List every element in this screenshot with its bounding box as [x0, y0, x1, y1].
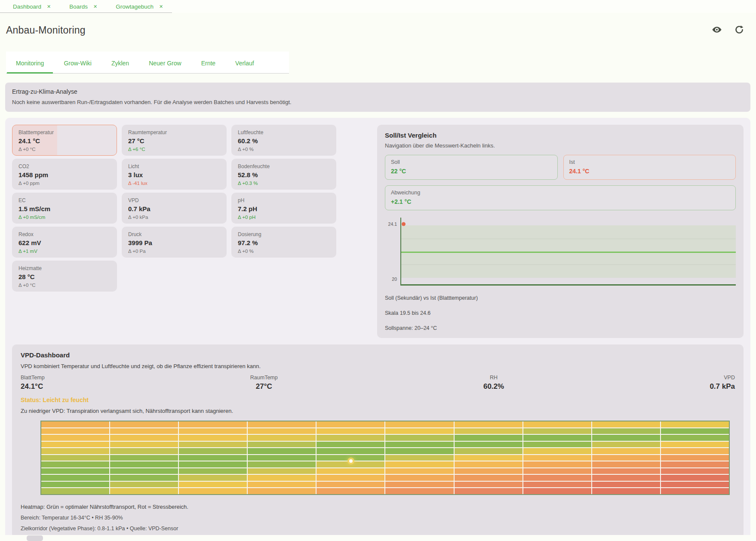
heatmap-cell	[455, 442, 522, 448]
metric-label: Bodenfeuchte	[238, 163, 330, 169]
metric-tile-blatttemperatur[interactable]: Blatttemperatur24.1 °CΔ +0 °C	[12, 125, 117, 156]
heatmap-cell	[523, 421, 591, 427]
compare-grid: Soll 22 °C Ist 24.1 °C Abweichung +2.1 °…	[385, 155, 736, 210]
heatmap-cell	[661, 488, 729, 494]
page-header: Anbau-Monitoring	[0, 13, 756, 47]
tab-close-icon[interactable]: ✕	[93, 4, 97, 9]
heatmap-cell	[523, 461, 591, 467]
vpd-note: Zu niedriger VPD: Transpiration verlangs…	[21, 408, 735, 414]
vpd-stat-rh: RH60.2%	[483, 375, 504, 391]
heatmap-cell	[317, 468, 384, 474]
heatmap-cell	[317, 482, 384, 488]
metric-tile-bodenfeuchte[interactable]: Bodenfeuchte52.8 %Δ +0.3 %	[231, 159, 336, 190]
top-grid: Blatttemperatur24.1 °CΔ +0 °CRaumtempera…	[12, 125, 744, 338]
tab-verlauf[interactable]: Verlauf	[225, 52, 264, 73]
heatmap-cell	[523, 482, 591, 488]
metric-value: 97.2 %	[238, 239, 330, 246]
metric-tile-druck[interactable]: Druck3999 PaΔ +0 Pa	[122, 227, 227, 258]
heatmap-cell	[317, 421, 384, 427]
heatmap-cell	[661, 442, 729, 448]
banner-text: Noch keine auswertbaren Run-/Ertragsdate…	[12, 99, 744, 105]
heatmap-cell	[592, 421, 660, 427]
heatmap-cell	[317, 428, 384, 434]
metric-tile-redox[interactable]: Redox622 mVΔ +1 mV	[12, 227, 117, 258]
ist-box: Ist 24.1 °C	[563, 155, 736, 180]
metric-tile-ec[interactable]: EC1.5 mS/cmΔ +0 mS/cm	[12, 193, 117, 224]
heatmap-cell	[110, 428, 178, 434]
metric-delta: Δ -41 lux	[128, 181, 220, 186]
heatmap-cell	[385, 421, 453, 427]
heatmap-cell	[248, 482, 316, 488]
gridline	[401, 239, 736, 239]
metric-value: 3999 Pa	[128, 239, 220, 246]
tab-zyklen[interactable]: Zyklen	[101, 52, 139, 73]
metric-tile-dosierung[interactable]: Dosierung97.2 %Δ +0 %	[231, 227, 336, 258]
refresh-button[interactable]	[734, 25, 745, 36]
metric-tile-raumtemperatur[interactable]: Raumtemperatur27 °CΔ +6 °C	[122, 125, 227, 156]
tab-monitoring[interactable]: Monitoring	[6, 52, 54, 73]
chart-y-axis: 24.1 20	[385, 218, 400, 286]
soll-box: Soll 22 °C	[385, 155, 558, 180]
heatmap-column	[523, 421, 591, 494]
heatmap-cell	[41, 488, 109, 494]
heatmap-cell	[179, 475, 247, 481]
heatmap-cell	[179, 482, 247, 488]
heatmap-column	[248, 421, 316, 494]
heatmap-column	[317, 421, 384, 494]
metric-tile-luftfeuchte[interactable]: Luftfeuchte60.2 %Δ +0 %	[231, 125, 336, 156]
heatmap-column	[110, 421, 178, 494]
heatmap-cell	[385, 442, 453, 448]
tab-close-icon[interactable]: ✕	[159, 4, 163, 9]
heatmap-cell	[385, 475, 453, 481]
heatmap-cell	[385, 448, 453, 454]
metric-delta: Δ +0 %	[238, 147, 330, 152]
metric-value: 1458 ppm	[18, 171, 111, 178]
vpd-stat-value: 60.2%	[483, 382, 504, 391]
heatmap-cell	[661, 455, 729, 461]
heatmap-cell	[41, 455, 109, 461]
metric-label: Blatttemperatur	[18, 129, 111, 135]
tab-grow-wiki[interactable]: Grow-Wiki	[54, 52, 101, 73]
heatmap-cell	[317, 448, 384, 454]
metric-tile-co2[interactable]: CO21458 ppmΔ +0 ppm	[12, 159, 117, 190]
vpd-stat-raumtemp: RaumTemp27°C	[250, 375, 278, 391]
metric-tile-vpd[interactable]: VPD0.7 kPaΔ +0 kPa	[122, 193, 227, 224]
heatmap-cell	[523, 455, 591, 461]
heatmap-cell	[317, 488, 384, 494]
heatmap-cell	[661, 475, 729, 481]
metric-tile-heizmatte[interactable]: Heizmatte28 °CΔ +0 °C	[12, 261, 117, 292]
metric-tile-ph[interactable]: pH7.2 pHΔ +0 pH	[231, 193, 336, 224]
heatmap-cell	[248, 448, 316, 454]
vpd-stat-label: VPD	[710, 375, 735, 381]
tab-neuer-grow[interactable]: Neuer Grow	[139, 52, 191, 73]
heatmap-cell	[110, 421, 178, 427]
abweichung-label: Abweichung	[391, 190, 730, 196]
vpd-stat-label: RH	[483, 375, 504, 381]
visibility-button[interactable]	[711, 25, 722, 36]
gridline	[401, 264, 736, 265]
heatmap-cell	[248, 442, 316, 448]
window-tab-growtagebuch[interactable]: Growtagebuch✕	[116, 3, 163, 10]
metric-delta: Δ +0 ppm	[18, 181, 111, 186]
metric-delta: Δ +0.3 %	[238, 181, 330, 186]
banner-title: Ertrag-zu-Klima-Analyse	[12, 88, 744, 95]
vpd-status: Status: Leicht zu feucht	[21, 397, 735, 403]
heatmap-cell	[592, 468, 660, 474]
window-tab-dashboard[interactable]: Dashboard✕	[13, 3, 51, 10]
analysis-banner: Ertrag-zu-Klima-Analyse Noch keine auswe…	[5, 83, 750, 112]
heatmap-cell	[661, 448, 729, 454]
heatmap-cell	[661, 428, 729, 434]
heatmap-cell	[41, 421, 109, 427]
heatmap-cell	[41, 448, 109, 454]
heatmap-cell	[317, 442, 384, 448]
heatmap-cell	[110, 435, 178, 441]
tab-ernte[interactable]: Ernte	[191, 52, 225, 73]
metric-value: 3 lux	[128, 171, 220, 178]
metric-tile-licht[interactable]: Licht3 luxΔ -41 lux	[122, 159, 227, 190]
heatmap-column	[385, 421, 453, 494]
heatmap-cell	[592, 461, 660, 467]
tab-close-icon[interactable]: ✕	[47, 4, 51, 9]
window-tab-boards[interactable]: Boards✕	[69, 3, 97, 10]
heatmap-cell	[385, 482, 453, 488]
heatmap-cell	[523, 435, 591, 441]
